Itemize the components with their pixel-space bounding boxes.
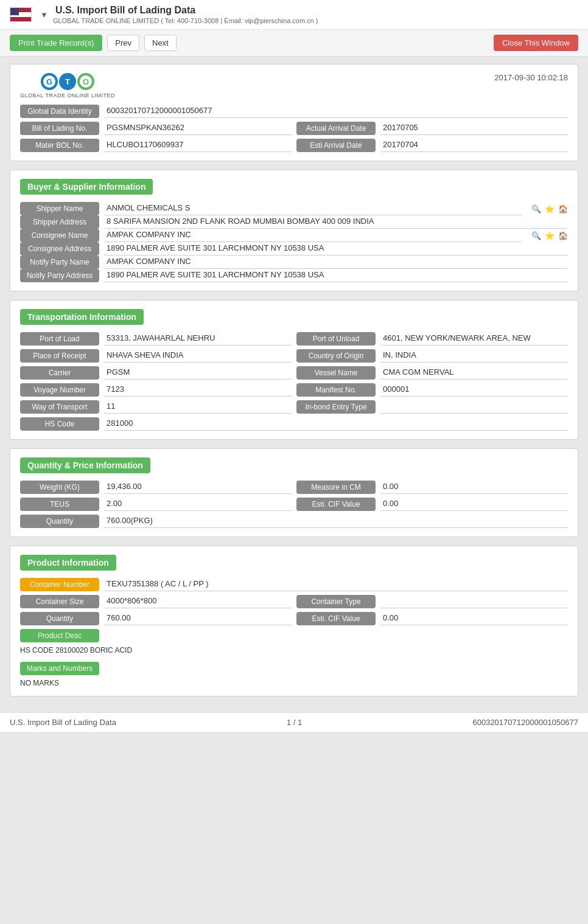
product-esti-cif-label: Esti. CIF Value [296,612,376,625]
transportation-title: Transportation Information [20,309,144,325]
logo-o: O [77,73,94,90]
logo-circles: G T O [41,73,94,90]
product-esti-cif-value: 0.00 [380,612,568,625]
product-desc-label: Product Desc [20,629,99,642]
weight-value: 19,436.00 [104,481,292,494]
bol-label: Bill of Lading No. [20,122,99,135]
global-data-value: 600320170712000001050677 [104,105,568,118]
voyage-number-value: 7123 [104,383,292,397]
prev-button[interactable]: Prev [107,35,139,51]
weight-label: Weight (KG) [20,481,99,494]
esti-cif-label: Esti. CIF Value [296,498,376,511]
consignee-name-label: Consignee Name [20,229,99,242]
main-content: G T O GLOBAL TRADE ONLINE LIMITED 2017-0… [0,57,588,712]
footer-bar: U.S. Import Bill of Lading Data 1 / 1 60… [0,712,588,732]
esti-arrival-right: Esti Arrival Date 20170704 [296,139,568,152]
dropdown-arrow: ▼ [40,10,48,19]
product-card: Product Information Container Number TEX… [10,546,578,696]
top-bar: ▼ U.S. Import Bill of Lading Data GLOBAL… [0,0,588,30]
product-title: Product Information [20,555,116,571]
logo-g: G [41,73,58,90]
esti-arrival-label: Esti Arrival Date [296,139,376,152]
home-icon[interactable]: 🏠 [558,204,568,214]
way-of-transport-value: 11 [104,400,292,414]
container-number-value: TEXU7351388 ( AC / L / PP ) [104,578,568,591]
quantity-price-title: Quantity & Price Information [20,457,150,473]
arrival-right: Actual Arrival Date 20170705 [296,122,568,135]
product-quantity-row: Quantity 760.00 Esti. CIF Value 0.00 [20,612,568,625]
search-icon[interactable]: 🔍 [531,204,541,214]
way-of-transport-label: Way of Transport [20,400,99,414]
star-icon[interactable]: ⭐ [545,204,555,214]
quantity-label: Quantity [20,515,99,528]
identity-section: Global Data Identity 6003201707120000010… [20,105,568,152]
place-receipt-row: Place of Receipt NHAVA SHEVA INDIA Count… [20,349,568,363]
bol-value: PGSMNSPKAN36262 [104,122,292,135]
teus-row: TEUS 2.00 Esti. CIF Value 0.00 [20,498,568,511]
carrier-row: Carrier PGSM Vessel Name CMA CGM NERVAL [20,366,568,380]
vessel-name-label: Vessel Name [296,366,376,380]
port-of-load-value: 53313, JAWAHARLAL NEHRU [104,332,292,346]
teus-label: TEUS [20,498,99,511]
shipper-actions: 🔍 ⭐ 🏠 [531,204,568,214]
buyer-supplier-title: Buyer & Supplier Information [20,179,153,195]
marks-value: NO MARKS [20,679,568,687]
actual-arrival-value: 20170705 [380,122,568,135]
global-data-row: Global Data Identity 6003201707120000010… [20,105,568,118]
container-type-value [380,595,568,608]
container-type-label: Container Type [296,595,376,608]
consignee-name-row: Consignee Name AMPAK COMPANY INC 🔍 ⭐ 🏠 [20,229,568,242]
hs-code-row: HS Code 281000 [20,417,568,431]
company-logo: G T O GLOBAL TRADE ONLINE LIMITED [20,73,115,99]
notify-party-address-row: Notify Party Address 1890 PALMER AVE SUI… [20,269,568,282]
mater-bol-row: Mater BOL No. HLCUBO1170609937 Esti Arri… [20,139,568,152]
next-button[interactable]: Next [144,35,177,51]
measure-cm-value: 0.00 [380,481,568,494]
close-button[interactable]: Close This Window [494,35,578,51]
logo-t: T [59,73,76,90]
product-desc-section: Product Desc HS CODE 28100020 BORIC ACID [20,629,568,655]
shipper-address-label: Shipper Address [20,215,99,229]
notify-party-address-value: 1890 PALMER AVE SUITE 301 LARCHMONT NY 1… [104,269,568,282]
logo-company-name: GLOBAL TRADE ONLINE LIMITED [20,92,115,99]
bol-left: Bill of Lading No. PGSMNSPKAN36262 [20,122,292,135]
consignee-star-icon[interactable]: ⭐ [545,231,555,240]
port-of-load-label: Port of Load [20,332,99,346]
place-of-receipt-value: NHAVA SHEVA INDIA [104,349,292,363]
timestamp: 2017-09-30 10:02:18 [494,73,568,82]
container-number-row: Container Number TEXU7351388 ( AC / L / … [20,578,568,591]
measure-cm-label: Measure in CM [296,481,376,494]
country-of-origin-label: Country of Origin [296,349,376,363]
shipper-name-label: Shipper Name [20,202,99,215]
shipper-name-value: ANMOL CHEMICALS S [104,202,522,215]
transportation-card: Transportation Information Port of Load … [10,300,578,440]
vessel-name-value: CMA CGM NERVAL [380,366,568,380]
footer-right-text: 600320170712000001050677 [472,718,578,727]
header-card: G T O GLOBAL TRADE ONLINE LIMITED 2017-0… [10,64,578,161]
shipper-address-row: Shipper Address 8 SARIFA MANSION 2ND FLA… [20,215,568,229]
consignee-home-icon[interactable]: 🏠 [558,231,568,240]
footer-page-info: 1 / 1 [287,718,302,727]
actual-arrival-label: Actual Arrival Date [296,122,376,135]
weight-row: Weight (KG) 19,436.00 Measure in CM 0.00 [20,481,568,494]
port-of-unload-label: Port of Unload [296,332,376,346]
logo-area: G T O GLOBAL TRADE ONLINE LIMITED 2017-0… [20,73,568,99]
in-bond-entry-label: In-bond Entry Type [296,400,376,414]
esti-arrival-value: 20170704 [380,139,568,152]
shipper-name-row: Shipper Name ANMOL CHEMICALS S 🔍 ⭐ 🏠 [20,202,568,215]
consignee-address-value: 1890 PALMER AVE SUITE 301 LARCHMONT NY 1… [104,242,568,255]
marks-section: Marks and Numbers NO MARKS [20,657,568,687]
mater-bol-label: Mater BOL No. [20,139,99,152]
country-of-origin-value: IN, INDIA [380,349,568,363]
consignee-search-icon[interactable]: 🔍 [531,231,541,240]
consignee-address-label: Consignee Address [20,242,99,255]
consignee-name-value: AMPAK COMPANY INC [104,229,522,242]
footer-left-text: U.S. Import Bill of Lading Data [10,718,116,727]
mater-bol-left: Mater BOL No. HLCUBO1170609937 [20,139,292,152]
teus-value: 2.00 [104,498,292,511]
way-transport-row: Way of Transport 11 In-bond Entry Type [20,400,568,414]
buyer-supplier-card: Buyer & Supplier Information Shipper Nam… [10,170,578,291]
notify-party-name-value: AMPAK COMPANY INC [104,255,568,269]
consignee-address-row: Consignee Address 1890 PALMER AVE SUITE … [20,242,568,255]
print-button[interactable]: Print Trade Record(s) [10,35,102,51]
